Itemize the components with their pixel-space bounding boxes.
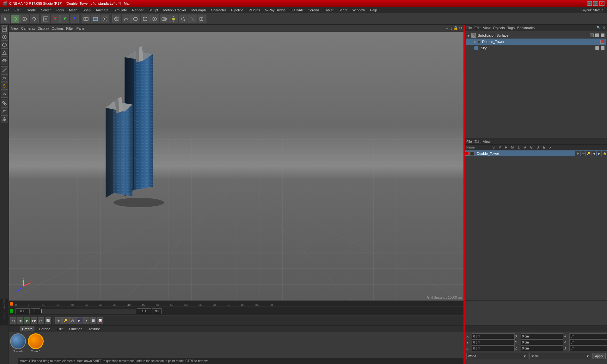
btn-play-forward[interactable]: ▶▶ xyxy=(31,317,37,324)
btn-record-6[interactable]: ☰ xyxy=(90,317,96,324)
viewport-menu-display[interactable]: Display xyxy=(38,27,49,30)
tab-edit[interactable]: Edit xyxy=(55,326,64,331)
attr-expand[interactable] xyxy=(470,151,475,156)
obj-toggle-sky-2[interactable] xyxy=(601,46,604,50)
menu-select[interactable]: Select xyxy=(39,8,53,13)
menu-mesh[interactable]: Mesh xyxy=(66,8,80,13)
om-menu-bookmarks[interactable]: Bookmarks xyxy=(517,26,535,30)
end-frame-input[interactable] xyxy=(137,308,151,314)
size-x-input[interactable] xyxy=(521,333,563,339)
tool-light[interactable] xyxy=(169,15,178,23)
material-swatch-1[interactable]: Tower0 xyxy=(10,333,26,353)
pos-y-input[interactable] xyxy=(472,339,515,345)
tool-environment[interactable] xyxy=(150,15,159,23)
tool-render-queue[interactable] xyxy=(101,15,109,23)
obj-toggle-2[interactable] xyxy=(595,33,599,37)
obj-toggle-sky-1[interactable] xyxy=(595,46,599,50)
minimize-button[interactable]: ─ xyxy=(587,1,592,6)
btn-record-5[interactable]: ● xyxy=(83,317,89,324)
rot-b-input[interactable] xyxy=(569,345,607,351)
total-frames-input[interactable] xyxy=(152,308,162,314)
mat-preview-1[interactable] xyxy=(10,333,26,349)
tool-select-model[interactable] xyxy=(1,15,10,23)
menu-edit[interactable]: Edit xyxy=(12,8,23,13)
om-menu-edit[interactable]: Edit xyxy=(475,26,481,30)
om-menu-objects[interactable]: Objects xyxy=(493,26,505,30)
tool-deform[interactable] xyxy=(141,15,150,23)
tool-left-3[interactable] xyxy=(1,41,8,49)
om-settings-icon[interactable]: ⚙ xyxy=(603,26,606,29)
btn-loop[interactable]: 🔄 xyxy=(45,317,51,324)
menu-character[interactable]: Character xyxy=(208,8,229,13)
tool-cube[interactable] xyxy=(112,15,121,23)
btn-prev-frame[interactable]: ◀ xyxy=(17,317,23,324)
current-frame-input[interactable] xyxy=(15,308,30,314)
attr-btn-2[interactable]: 📷 xyxy=(580,151,586,156)
tool-camera[interactable] xyxy=(160,15,169,23)
menu-corona[interactable]: Corona xyxy=(305,8,322,13)
menu-vray[interactable]: V-Ray Bridge xyxy=(263,8,288,13)
size-y-input[interactable] xyxy=(521,339,563,345)
menu-3dtoall[interactable]: 3DToAll xyxy=(288,8,305,13)
tool-tag[interactable] xyxy=(198,15,206,23)
obj-color-tower[interactable] xyxy=(600,40,604,44)
tool-spline[interactable] xyxy=(122,15,131,23)
rot-p-input[interactable] xyxy=(569,339,607,345)
tool-left-12[interactable] xyxy=(1,115,8,123)
tab-corona[interactable]: Corona xyxy=(37,326,52,331)
tool-left-10[interactable] xyxy=(1,100,8,107)
am-menu-edit[interactable]: Edit xyxy=(475,140,481,143)
tool-rotate[interactable] xyxy=(30,15,39,23)
menu-plugins[interactable]: Plugins xyxy=(246,8,262,13)
obj-toggle-1[interactable] xyxy=(590,33,594,37)
menu-tablet[interactable]: Tablet xyxy=(322,8,336,13)
btn-play[interactable]: ▶ xyxy=(24,317,30,324)
tool-left-8[interactable]: S xyxy=(1,82,8,90)
menu-help[interactable]: Help xyxy=(367,8,380,13)
tool-left-1[interactable] xyxy=(1,25,8,33)
om-search-icon[interactable]: 🔍 xyxy=(597,26,600,29)
tool-left-2[interactable] xyxy=(1,33,8,41)
attr-btn-5[interactable]: ▶ xyxy=(597,151,602,156)
menu-snap[interactable]: Snap xyxy=(80,8,93,13)
viewport-expand-icon[interactable]: ↔ xyxy=(445,26,449,31)
attr-btn-1[interactable]: ⚙ xyxy=(575,151,580,156)
object-item-sky[interactable]: Sky xyxy=(466,45,606,51)
pos-x-input[interactable] xyxy=(472,333,515,339)
viewport-menu-cameras[interactable]: Cameras xyxy=(21,27,35,30)
viewport-menu-options[interactable]: Options xyxy=(52,27,64,30)
menu-pipeline[interactable]: Pipeline xyxy=(229,8,246,13)
attr-btn-4[interactable]: ◀ xyxy=(591,151,596,156)
tool-field[interactable] xyxy=(188,15,197,23)
attr-row-double-tower[interactable]: Double_Tower ⚙ 📷 🔑 ◀ ▶ 🔒 xyxy=(465,150,607,157)
tool-left-4[interactable] xyxy=(1,49,8,57)
maximize-button[interactable]: □ xyxy=(593,1,598,6)
tool-left-5[interactable] xyxy=(1,57,8,64)
mat-preview-2[interactable] xyxy=(28,333,44,349)
menu-animate[interactable]: Animate xyxy=(93,8,111,13)
menu-render[interactable]: Render xyxy=(130,8,146,13)
viewport-lock-icon[interactable]: 🔒 xyxy=(453,26,458,31)
viewport-menu-filter[interactable]: Filter xyxy=(66,27,74,30)
menu-sculpt[interactable]: Sculpt xyxy=(146,8,161,13)
tool-left-9[interactable] xyxy=(1,90,8,98)
menu-motion-tracker[interactable]: Motion Tracker xyxy=(161,8,189,13)
menu-script[interactable]: Script xyxy=(336,8,350,13)
material-swatch-2[interactable]: Tower0 xyxy=(28,333,44,353)
viewport-settings-icon[interactable]: ⚙ xyxy=(459,26,463,31)
btn-record-2[interactable]: 🔑 xyxy=(62,317,69,324)
tool-left-6[interactable] xyxy=(1,66,8,74)
rot-h-input[interactable] xyxy=(569,333,607,339)
viewport-menu-view[interactable]: View xyxy=(11,27,19,30)
viewport-canvas[interactable]: Perspective xyxy=(9,32,464,300)
om-menu-tags[interactable]: Tags xyxy=(507,26,515,30)
am-menu-file[interactable]: File xyxy=(466,140,472,143)
viewport-menu-panel[interactable]: Panel xyxy=(77,27,85,30)
am-menu-view[interactable]: View xyxy=(483,140,491,143)
tool-y-axis[interactable]: Y xyxy=(60,15,69,23)
object-item-double-tower[interactable]: ⊕ Double_Tower xyxy=(466,39,606,45)
tool-render-region[interactable] xyxy=(82,15,90,23)
tool-z-axis[interactable]: Z xyxy=(70,15,79,23)
btn-record-7[interactable]: 📊 xyxy=(97,317,103,324)
tool-object-mode[interactable] xyxy=(41,15,50,23)
